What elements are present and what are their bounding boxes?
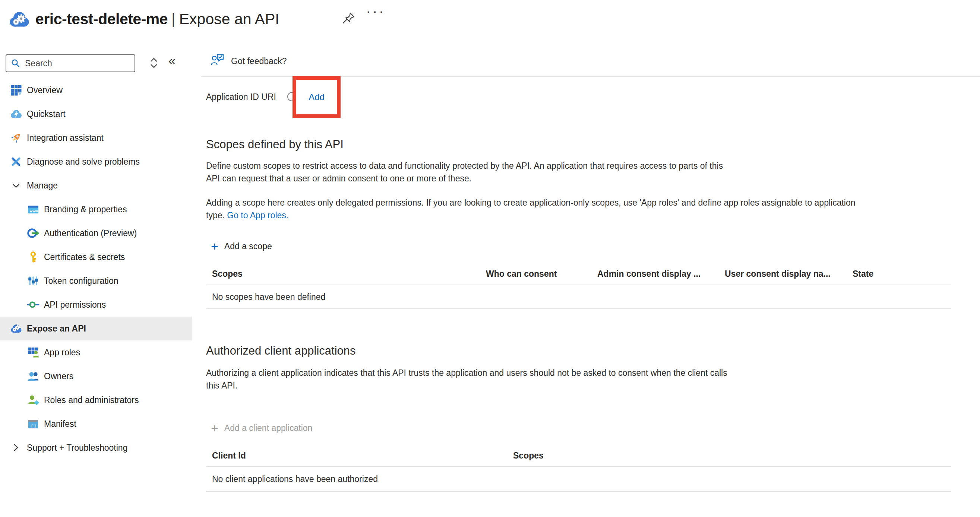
owners-people-icon	[27, 370, 40, 382]
browser-window-icon: www	[27, 203, 40, 216]
search-box[interactable]	[6, 54, 135, 72]
sidebar-item-label: Roles and administrators	[44, 395, 138, 405]
sidebar-item-quickstart[interactable]: Quickstart	[0, 102, 192, 126]
app-name: eric-test-delete-me	[35, 10, 168, 28]
sidebar-item-label: Quickstart	[27, 109, 65, 119]
clients-empty-message: No client applications have been authori…	[206, 474, 378, 484]
sidebar-item-label: API permissions	[44, 300, 106, 310]
sliders-icon	[27, 274, 40, 287]
sidebar-item-api-permissions[interactable]: API permissions	[0, 293, 192, 317]
sidebar-item-diagnose[interactable]: Diagnose and solve problems	[0, 150, 192, 174]
scopes-table: Scopes Who can consent Admin consent dis…	[206, 263, 951, 309]
add-a-scope-label: Add a scope	[224, 241, 272, 251]
scopes-section-title: Scopes defined by this API	[206, 138, 344, 151]
blade-name: Expose an API	[179, 10, 280, 28]
svg-text:www: www	[30, 210, 38, 213]
sidebar-item-expose-an-api[interactable]: Expose an API	[0, 317, 192, 341]
sidebar: « Overview	[0, 48, 192, 517]
chevron-right-icon	[10, 441, 22, 454]
sidebar-item-label: Certificates & secrets	[44, 252, 125, 262]
sidebar-item-label: Integration assistant	[27, 133, 103, 143]
clients-section-title: Authorized client applications	[206, 344, 356, 358]
sidebar-item-label: Overview	[27, 85, 63, 95]
sidebar-item-certificates[interactable]: Certificates & secrets	[0, 245, 192, 269]
add-a-client-application-button[interactable]: + Add a client application	[206, 421, 312, 435]
rocket-icon	[10, 132, 22, 144]
sidebar-item-manifest[interactable]: { } Manifest	[0, 412, 192, 436]
add-a-scope-button[interactable]: + Add a scope	[206, 239, 272, 253]
scopes-section-description: Define custom scopes to restrict access …	[206, 159, 723, 185]
scopes-empty-message: No scopes have been defined	[206, 292, 325, 302]
sidebar-section-support-troubleshooting[interactable]: Support + Troubleshooting	[0, 436, 192, 460]
scopes-empty-row: No scopes have been defined	[206, 285, 951, 309]
chevron-down-icon	[10, 179, 22, 192]
feedback-icon	[211, 54, 225, 68]
authorized-clients-table: Client Id Scopes No client applications …	[206, 445, 951, 492]
sidebar-item-branding[interactable]: www Branding & properties	[0, 197, 192, 221]
app-roles-icon	[27, 346, 40, 359]
column-header-user-consent: User consent display na...	[725, 269, 853, 279]
collapse-sidebar-icon[interactable]: «	[169, 53, 175, 68]
authentication-icon	[27, 227, 40, 239]
title-separator: |	[168, 10, 179, 28]
add-a-client-application-label: Add a client application	[224, 423, 313, 433]
sidebar-item-label: Expose an API	[27, 324, 86, 334]
manifest-code-icon: { }	[27, 417, 40, 430]
column-header-state: State	[853, 269, 951, 279]
sidebar-item-label: Token configuration	[44, 276, 118, 286]
sidebar-item-label: Diagnose and solve problems	[27, 157, 140, 167]
sidebar-item-token-configuration[interactable]: Token configuration	[0, 269, 192, 293]
sidebar-item-label: Manifest	[44, 419, 76, 429]
sidebar-section-manage[interactable]: Manage	[0, 174, 192, 197]
more-options-icon[interactable]: ···	[366, 3, 385, 20]
sidebar-item-app-roles[interactable]: App roles	[0, 341, 192, 364]
column-header-scopes: Scopes	[513, 451, 951, 461]
overview-grid-icon	[10, 84, 22, 97]
add-application-id-uri-link[interactable]: Add	[309, 92, 325, 102]
got-feedback-button[interactable]: Got feedback?	[211, 54, 287, 68]
key-icon	[27, 251, 40, 263]
sidebar-nav: Overview Quickstart	[0, 78, 192, 460]
app-cloud-gears-icon	[8, 9, 31, 30]
expose-api-cloud-gears-icon	[10, 322, 22, 335]
sidebar-item-authentication[interactable]: Authentication (Preview)	[0, 221, 192, 245]
go-to-app-roles-link[interactable]: Go to App roles.	[227, 211, 288, 220]
sidebar-item-overview[interactable]: Overview	[0, 78, 192, 102]
clients-section-description: Authorizing a client application indicat…	[206, 366, 727, 392]
column-header-scopes: Scopes	[206, 269, 486, 279]
sidebar-item-label: Owners	[44, 371, 73, 381]
sidebar-section-label: Manage	[27, 181, 58, 191]
pin-icon[interactable]	[341, 11, 357, 28]
note-text: Adding a scope here creates only delegat…	[206, 198, 856, 220]
sidebar-section-label: Support + Troubleshooting	[27, 443, 127, 453]
quickstart-cloud-icon	[10, 108, 22, 120]
search-icon	[11, 59, 21, 68]
page-header: eric-test-delete-me|Expose an API ···	[0, 0, 980, 42]
sidebar-item-label: Branding & properties	[44, 205, 127, 214]
scopes-table-header: Scopes Who can consent Admin consent dis…	[206, 263, 951, 285]
clients-table-header: Client Id Scopes	[206, 445, 951, 467]
svg-text:{ }: { }	[30, 424, 37, 428]
application-id-uri-label: Application ID URI	[206, 92, 276, 102]
tools-icon	[10, 155, 22, 168]
plus-icon: +	[211, 240, 218, 252]
search-input[interactable]	[24, 58, 119, 69]
sidebar-item-integration-assistant[interactable]: Integration assistant	[0, 126, 192, 150]
sidebar-item-owners[interactable]: Owners	[0, 364, 192, 388]
sidebar-item-label: Authentication (Preview)	[44, 228, 137, 238]
column-header-admin-consent: Admin consent display ...	[597, 269, 725, 279]
feedback-label: Got feedback?	[231, 56, 287, 66]
column-header-who-can-consent: Who can consent	[486, 269, 597, 279]
clients-empty-row: No client applications have been authori…	[206, 467, 951, 492]
sidebar-item-roles-administrators[interactable]: Roles and administrators	[0, 388, 192, 412]
role-person-cube-icon	[27, 394, 40, 406]
page-title: eric-test-delete-me|Expose an API	[35, 10, 280, 28]
sidebar-item-label: App roles	[44, 347, 80, 358]
annotation-highlight-box: Add	[293, 76, 340, 118]
scopes-section-note: Adding a scope here creates only delegat…	[206, 196, 856, 222]
expand-collapse-all-icon[interactable]	[149, 57, 159, 70]
column-header-client-id: Client Id	[206, 451, 513, 461]
plus-icon: +	[211, 422, 218, 434]
api-permissions-icon	[27, 298, 40, 311]
